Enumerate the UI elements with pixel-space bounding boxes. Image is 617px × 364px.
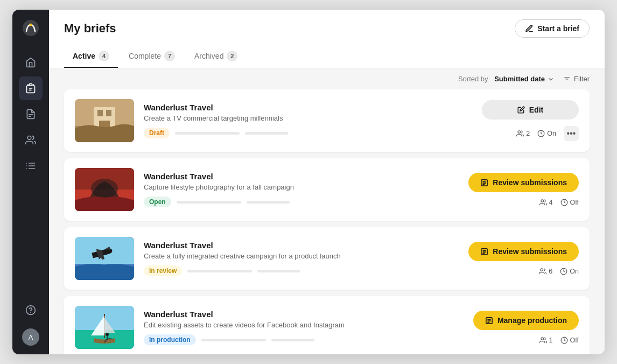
card-title-2: Wanderlust Travel [144,172,459,181]
tab-bar: Active 4 Complete 7 Archived 2 [64,45,590,68]
card-meta-2: Open [144,197,459,207]
thumb-image-2 [75,168,134,211]
progress-bar-small-2 [247,201,290,204]
timer-label-4: Off [570,337,579,344]
clock-icon-2 [560,199,568,206]
stat-users-2: 4 [539,199,553,206]
svg-point-0 [23,20,39,36]
card-meta-1: Draft [144,128,472,138]
clock-icon-4 [560,337,568,344]
sidebar-item-users[interactable] [19,128,43,152]
card-stats-1: 2 On ••• [516,126,579,141]
pencil-icon [525,24,534,33]
progress-bar-small-4 [271,339,314,341]
edit-button-1[interactable]: Edit [482,100,579,120]
svg-rect-22 [97,110,103,116]
svg-point-42 [541,269,543,271]
stat-users-3: 6 [539,268,552,275]
users-icon-1 [516,130,524,137]
sort-control[interactable]: Sorted by Submitted date [458,75,555,83]
doc-icon-4 [485,317,493,325]
stat-users-1: 2 [516,130,530,137]
tab-archived-count: 2 [227,51,237,61]
card-desc-1: Create a TV commercial targeting millenn… [144,114,472,122]
svg-point-1 [30,24,32,26]
status-badge-2: Open [144,197,171,207]
user-avatar[interactable]: A [22,328,39,346]
brief-card-2: Wanderlust Travel Capture lifestyle phot… [64,158,590,221]
toolbar: Sorted by Submitted date Filter [49,68,605,89]
card-info-3: Wanderlust Travel Create a fully integra… [144,241,459,276]
status-badge-4: In production [144,334,196,345]
svg-point-7 [27,136,31,140]
review-submissions-button-2[interactable]: Review submissions [468,173,579,192]
brief-card-1: Wanderlust Travel Create a TV commercial… [64,89,590,152]
header-top: My briefs Start a brief [64,19,590,38]
pencil-icon-1 [517,106,525,114]
svg-point-53 [541,338,544,340]
sidebar-bottom: A [19,298,43,346]
thumb-image-3 [75,237,134,280]
card-info-4: Wanderlust Travel Edit existing assets t… [144,310,464,345]
manage-production-button-4[interactable]: Manage production [473,311,579,330]
sorted-by-label: Sorted by [458,75,488,83]
brief-card-4: Wanderlust Travel Edit existing assets t… [64,296,590,354]
main-content: My briefs Start a brief Active 4 Complet… [49,10,605,354]
users-icon-2 [539,199,547,206]
sidebar-item-documents[interactable] [19,102,43,126]
stat-timer-1: On [537,130,556,137]
tab-complete[interactable]: Complete 7 [120,45,184,68]
sidebar-item-list[interactable] [19,154,43,178]
thumb-image-4 [75,306,134,349]
stat-timer-4: Off [560,337,579,344]
action-label-2: Review submissions [493,178,567,187]
users-count-4: 1 [549,337,553,344]
tab-complete-count: 7 [164,51,175,61]
action-label-3: Review submissions [493,247,567,256]
filter-icon [563,75,571,83]
users-count-2: 4 [549,199,553,206]
sidebar-item-help[interactable] [19,298,43,322]
card-stats-2: 4 Off [539,199,579,206]
more-button-1[interactable]: ••• [564,126,579,141]
progress-bar-1 [175,132,240,135]
progress-bar-2 [177,201,241,204]
timer-label-3: On [570,268,579,275]
svg-rect-2 [30,84,32,86]
review-submissions-button-3[interactable]: Review submissions [468,242,579,261]
sidebar-item-briefs[interactable] [19,76,43,100]
card-info-2: Wanderlust Travel Capture lifestyle phot… [144,172,459,207]
card-stats-3: 6 On [539,268,579,275]
users-icon-4 [539,337,547,344]
card-thumbnail-1 [75,99,134,142]
chevron-down-icon [547,75,555,83]
stat-timer-2: Off [560,199,579,206]
card-desc-2: Capture lifestyle photography for a fall… [144,183,459,191]
svg-point-29 [91,179,118,198]
edit-label-1: Edit [529,106,543,114]
card-desc-4: Edit existing assets to create videos fo… [144,321,464,329]
progress-bar-small-1 [245,132,288,135]
tab-active[interactable]: Active 4 [64,45,118,68]
clock-icon-1 [537,130,545,137]
start-brief-label: Start a brief [537,24,579,33]
doc-icon-2 [480,179,488,187]
start-brief-button[interactable]: Start a brief [515,19,590,38]
filter-label: Filter [574,75,590,83]
status-badge-3: In review [144,265,182,276]
sidebar-item-home[interactable] [19,51,43,74]
card-thumbnail-3 [75,237,134,280]
page-header: My briefs Start a brief Active 4 Complet… [49,10,605,68]
users-count-3: 6 [549,268,552,275]
progress-bar-small-3 [257,270,300,272]
tab-complete-label: Complete [129,52,161,60]
app-logo[interactable] [21,18,40,38]
stat-users-4: 1 [539,337,553,344]
filter-button[interactable]: Filter [563,75,590,83]
doc-icon-3 [480,248,488,256]
tab-archived[interactable]: Archived 2 [186,45,246,68]
tab-active-label: Active [73,52,95,60]
stat-timer-3: On [560,268,579,275]
sidebar: A [12,10,49,354]
page-title: My briefs [64,22,116,36]
